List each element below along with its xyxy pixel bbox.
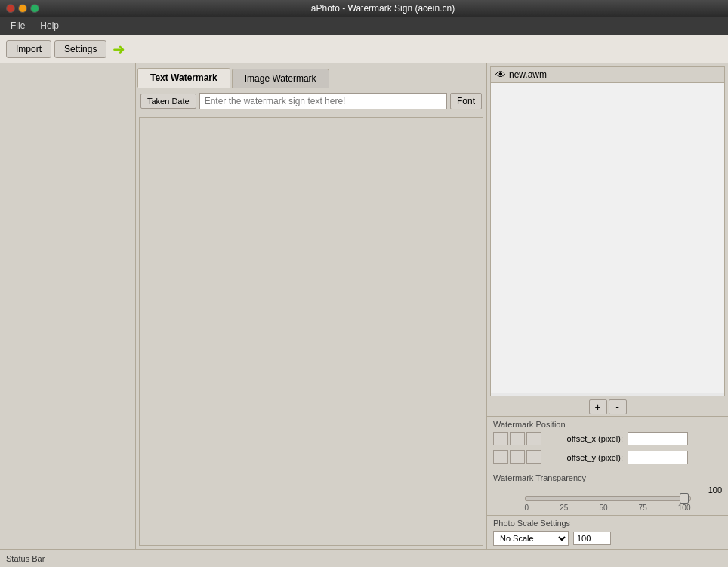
offset-x-label: offset_x (pixel): [548, 434, 623, 443]
slider-container: 0 25 50 75 100 [525, 496, 691, 512]
taken-date-button[interactable]: Taken Date [140, 94, 196, 109]
slider-label-50: 50 [599, 504, 607, 512]
toolbar: Import Settings ➜ [0, 35, 728, 63]
watermark-transparency-section: Watermark Transparency 100 0 25 50 75 10… [487, 470, 728, 515]
status-text: Status Bar [6, 554, 45, 563]
slider-labels: 0 25 50 75 100 [525, 504, 691, 512]
watermark-input-row: Taken Date Font [136, 88, 486, 114]
window-controls [6, 4, 39, 13]
main-area: Text Watermark Image Watermark Taken Dat… [0, 63, 728, 549]
menubar: File Help [0, 17, 728, 35]
scale-row: No Scale Scale 25% Scale 50% Scale 75% [493, 531, 722, 546]
minimize-button[interactable] [18, 4, 27, 13]
settings-button[interactable]: Settings [54, 40, 106, 58]
zoom-in-button[interactable]: + [589, 399, 607, 414]
scale-select[interactable]: No Scale Scale 25% Scale 50% Scale 75% [493, 531, 569, 546]
watermark-position-title: Watermark Position [493, 420, 722, 429]
right-panel: 👁 new.awm + - Watermark Position [486, 63, 728, 549]
pos-cell-tm[interactable] [510, 432, 525, 445]
position-grid-bottom [493, 450, 541, 464]
close-button[interactable] [6, 4, 15, 13]
preview-title-bar: 👁 new.awm [491, 67, 724, 83]
left-panel [0, 63, 136, 549]
position-grid-top [493, 432, 541, 445]
forward-arrow-icon[interactable]: ➜ [113, 40, 125, 58]
pos-cell-br[interactable] [526, 450, 541, 464]
menu-help[interactable]: Help [34, 19, 65, 32]
scale-value-input[interactable] [573, 532, 611, 545]
font-button[interactable]: Font [450, 93, 482, 109]
slider-label-0: 0 [525, 504, 529, 512]
watermark-position-section: Watermark Position of [487, 416, 728, 470]
offset-y-input[interactable] [628, 451, 688, 464]
titlebar: aPhoto - Watermark Sign (acein.cn) [0, 0, 728, 17]
zoom-out-button[interactable]: - [609, 399, 627, 414]
pos-cell-tl[interactable] [493, 432, 508, 445]
pos-cell-bm[interactable] [510, 450, 525, 464]
offset-y-row: offset_y (pixel): [548, 451, 688, 464]
center-panel: Text Watermark Image Watermark Taken Dat… [136, 63, 486, 549]
maximize-button[interactable] [30, 4, 39, 13]
photo-scale-section: Photo Scale Settings No Scale Scale 25% … [487, 515, 728, 549]
transparency-title: Watermark Transparency [493, 473, 722, 482]
menu-file[interactable]: File [5, 19, 31, 32]
slider-thumb[interactable] [680, 493, 689, 504]
pos-cell-tr[interactable] [526, 432, 541, 445]
position-controls: offset_x (pixel): offset_y (pixel): [493, 432, 722, 467]
offset-x-row: offset_x (pixel): [548, 432, 688, 445]
zoom-buttons: + - [487, 398, 728, 416]
preview-area: 👁 new.awm [490, 66, 725, 396]
window-title: aPhoto - Watermark Sign (acein.cn) [44, 3, 722, 14]
slider-label-25: 25 [560, 504, 568, 512]
eye-icon: 👁 [495, 69, 506, 81]
photo-scale-title: Photo Scale Settings [493, 519, 722, 528]
slider-label-100: 100 [678, 504, 691, 512]
tab-text-watermark[interactable]: Text Watermark [137, 68, 230, 88]
watermark-text-input[interactable] [199, 93, 447, 109]
slider-track [525, 496, 691, 501]
preview-filename: new.awm [509, 69, 547, 80]
preview-canvas [491, 83, 724, 393]
tab-area: Text Watermark Image Watermark [136, 63, 486, 88]
content-area [139, 117, 483, 546]
import-button[interactable]: Import [6, 40, 51, 58]
tab-image-watermark[interactable]: Image Watermark [232, 69, 329, 88]
pos-cell-bl[interactable] [493, 450, 508, 464]
transparency-value: 100 [699, 485, 722, 495]
statusbar: Status Bar [0, 549, 728, 567]
slider-label-75: 75 [639, 504, 647, 512]
offset-y-label: offset_y (pixel): [548, 453, 623, 462]
offset-x-input[interactable] [628, 432, 688, 445]
